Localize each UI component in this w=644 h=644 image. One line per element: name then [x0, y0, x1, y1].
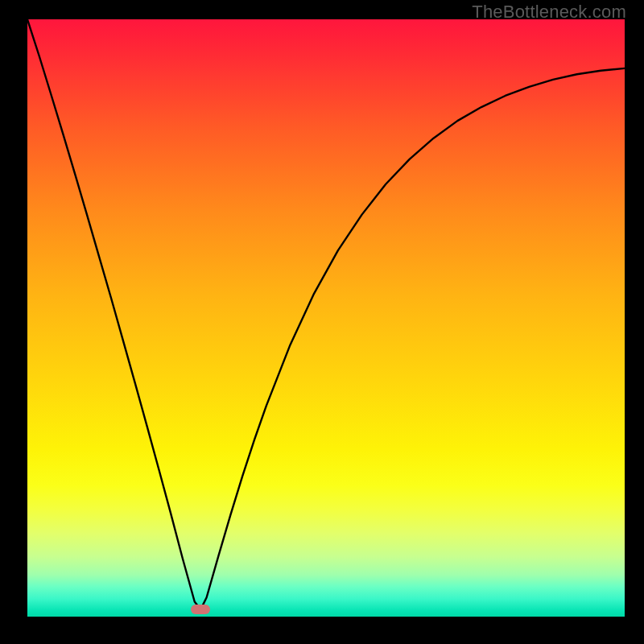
minimum-marker: [191, 605, 210, 614]
curve-svg: [27, 19, 625, 617]
bottleneck-curve: [27, 19, 625, 609]
plot-area: [27, 19, 625, 617]
chart-frame: TheBottleneck.com: [0, 0, 644, 644]
watermark-text: TheBottleneck.com: [472, 2, 626, 23]
